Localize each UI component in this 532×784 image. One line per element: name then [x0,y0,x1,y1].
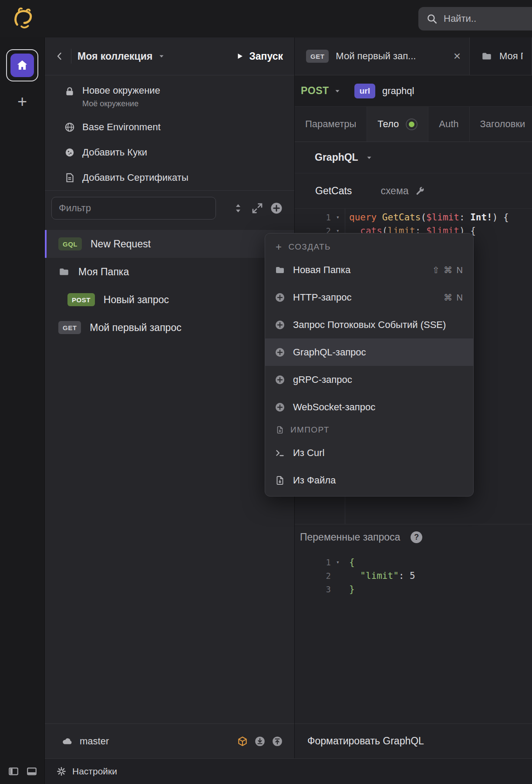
tab-title: Мой первый зап... [336,51,416,62]
query-tab[interactable]: GetCats [315,185,352,197]
request-subtab-label: Тело [377,118,399,130]
variables-editor[interactable]: 1▾{2 "limit": 53} [295,550,532,596]
toggle-console-icon[interactable] [26,766,37,777]
play-icon [236,52,244,60]
tab-title: Моя Папка [499,51,523,62]
request-subtab[interactable]: Auth [428,107,469,142]
import-header-label: ИМПОРТ [290,425,330,435]
folder-icon [481,51,492,62]
environment-item-label: Новое окружение [82,85,160,96]
request-subtab-label: Заголовки [480,118,525,130]
add-collection-button[interactable]: + [0,93,44,110]
branch-label[interactable]: master [80,736,109,747]
fold-caret-icon[interactable]: ▾ [331,559,345,565]
run-collection-button[interactable]: Запуск [236,51,283,62]
line-number: 1 [295,213,331,222]
create-header-label: СОЗДАТЬ [288,242,331,252]
plus-circle-icon [275,347,285,358]
globe-icon [64,122,75,133]
fold-caret-icon[interactable]: ▾ [331,214,345,220]
context-menu-item[interactable]: Из Curl [265,439,473,466]
run-label: Запуск [249,51,283,62]
tree-item[interactable]: Моя Папка [45,258,294,286]
download-icon[interactable] [254,736,266,747]
toggle-sidebar-icon[interactable] [8,766,19,777]
code-text: "limit": 5 [345,571,415,581]
context-menu-item[interactable]: Запрос Потоковых Событий (SSE) [265,311,473,338]
context-menu-item[interactable]: WebSocket-запрос [265,393,473,421]
search-placeholder: Найти.. [444,13,476,24]
context-menu-item[interactable]: Новая Папка⇧ ⌘ N [265,256,473,284]
code-line: 2 "limit": 5 [295,569,532,582]
tree-item[interactable]: GETМой первый запрос [45,314,294,341]
variables-title: Переменные запроса [300,531,400,543]
settings-button[interactable]: Настройки [72,766,117,777]
search-icon [426,13,438,24]
menu-item-label: Из Файла [293,475,336,486]
collapse-sidebar-button[interactable] [54,51,65,61]
environment-item[interactable]: Новое окружениеМоё окружение [45,82,294,115]
code-line: 1▾{ [295,555,532,569]
menu-item-label: Запрос Потоковых Событий (SSE) [293,319,446,331]
filter-input[interactable] [51,197,216,220]
global-search[interactable]: Найти.. [418,7,532,30]
tree-item-label: Новый запрос [104,294,169,306]
format-graphql-button[interactable]: Форматировать GraphQL [307,735,424,747]
environment-item[interactable]: Добавить Куки [45,140,294,165]
context-menu-item[interactable]: GraphQL-запрос [265,338,473,366]
url-input[interactable]: graphql [382,85,414,97]
request-subtab[interactable]: Параметры [295,107,367,142]
line-number: 1 [295,558,331,567]
create-context-menu: + СОЗДАТЬ Новая Папка⇧ ⌘ NHTTP-запрос⌘ N… [265,233,474,497]
request-tab[interactable]: GETМой первый зап...× [295,37,470,75]
menu-item-label: WebSocket-запрос [293,402,375,413]
expand-all-icon[interactable] [251,202,264,215]
chevron-down-icon [158,52,165,60]
environment-item[interactable]: Добавить Сертификаты [45,165,294,190]
body-type-select[interactable]: GraphQL [315,152,373,163]
app-logo[interactable] [10,5,37,32]
environment-section: Новое окружениеМоё окружениеBase Environ… [45,75,294,190]
request-tab[interactable]: Моя Папка [470,37,532,75]
upload-icon[interactable] [272,736,283,747]
status-bar: Настройки [45,758,532,784]
question-icon[interactable]: ? [411,531,422,543]
tree-item-label: Моя Папка [78,266,129,278]
method-badge: GET [58,321,81,334]
close-tab-icon[interactable]: × [454,50,461,62]
collection-footer: master [45,723,294,758]
request-subtab-label: Auth [439,118,458,130]
collection-menu[interactable]: Моя коллекция [77,51,165,62]
collection-header: Моя коллекция Запуск [45,37,294,75]
header-divider [71,49,71,64]
tree-item-label: New Request [91,238,151,250]
home-icon [16,59,29,72]
tree-item[interactable]: GQLNew Request [45,230,294,258]
cube-icon[interactable] [237,736,248,747]
code-text: query GetCats($limit: Int!) { [345,212,509,223]
tree-item[interactable]: POSTНовый запрос [45,286,294,314]
context-menu-item[interactable]: gRPC-запрос [265,366,473,393]
code-line: 3} [295,582,532,596]
request-subtab[interactable]: Тело [367,107,428,142]
environment-item-label: Base Environment [82,122,161,133]
query-tab-label: схема [380,185,408,197]
plus-icon: + [17,92,27,111]
code-text: { [345,557,355,568]
sort-icon[interactable] [232,202,245,215]
filter-row [45,191,294,226]
collection-home-button[interactable] [6,49,38,81]
plus-circle-icon [275,375,285,385]
add-request-icon[interactable] [270,202,283,215]
url-scheme-badge: url [354,84,375,98]
body-type-label: GraphQL [315,152,358,163]
certificate-icon [64,172,75,183]
menu-item-label: gRPC-запрос [293,374,352,385]
context-menu-item[interactable]: HTTP-запрос⌘ N [265,284,473,311]
method-select[interactable]: POST [301,85,341,97]
query-tab[interactable]: схема [380,185,424,197]
editor-footer: Форматировать GraphQL [295,723,532,758]
context-menu-item[interactable]: Из Файла [265,466,473,494]
request-subtab[interactable]: Заголовки [470,107,532,142]
environment-item[interactable]: Base Environment [45,115,294,140]
